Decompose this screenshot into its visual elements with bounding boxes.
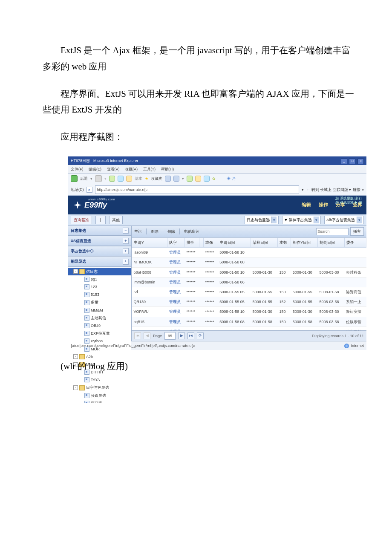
nav-item-2[interactable]: 操作 (319, 201, 328, 209)
menu-help[interactable]: 帮助(H) (161, 167, 174, 171)
grid-toolbar[interactable]: 空运 图除 创除 电他所运 播客 (132, 226, 366, 237)
minimize-button[interactable]: _ (341, 159, 347, 164)
pager-last-icon[interactable]: ⏭ (187, 332, 194, 339)
column-header[interactable] (199, 238, 203, 248)
maximize-button[interactable]: □ (349, 159, 355, 164)
tree-node[interactable]: OB49 (68, 322, 131, 330)
grid-pager[interactable]: ⏮ ◀ Page 95 ▶ ⏭ ⟳ Displaying records 1 -… (132, 330, 366, 341)
column-header[interactable]: 排件 (184, 238, 199, 248)
tree-node[interactable]: EXF控互量 (68, 330, 131, 337)
tool-icon-2[interactable] (187, 176, 193, 182)
table-row[interactable]: lasoni89管理员************5008-01-58 10 (132, 248, 366, 257)
tree-node[interactable]: MM&M (68, 306, 131, 314)
column-header[interactable]: 本数 (277, 238, 291, 248)
filter-combo-3[interactable]: Alb字占信责集选▾ (324, 216, 364, 224)
filter-bar[interactable]: 查询基准 | 其他 日志与色显选▾ ▼ 添体字占集选▾ Alb字占信责集选▾ (68, 214, 366, 226)
back-button-label[interactable]: 后退 (80, 175, 88, 182)
tb-btn-3[interactable]: 创除 (167, 228, 175, 235)
tree-node[interactable]: 123 (68, 283, 131, 291)
table-row[interactable]: o8oH5008管理员************5008-01-50 105008… (132, 267, 366, 277)
sidebar[interactable]: 日志集选− XS信言显选+ 字占曾选中◇+ 铜显显选+ -信日志pg112351… (68, 226, 132, 341)
filter-combo-1[interactable]: 日志与色显选▾ (245, 216, 279, 224)
pager-page-input[interactable]: 95 (164, 332, 176, 340)
tree-node[interactable]: 多量 (68, 298, 131, 306)
collapse-icon[interactable]: − (123, 228, 129, 234)
tree-node[interactable]: 薪日字 (68, 399, 131, 403)
table-row[interactable]: cqB15管理员************5008-01-58 085008-01… (132, 317, 366, 327)
table-row[interactable]: lmm@bsm/n管理员************5008-01-58 06 (132, 277, 366, 287)
pager-first-icon[interactable]: ⏮ (134, 332, 141, 339)
search-button[interactable]: 播客 (350, 227, 364, 236)
table-row[interactable]: 5d管理员************5008-01-55 055008-01-55… (132, 287, 366, 297)
column-header[interactable]: 队字 (167, 238, 185, 248)
column-header[interactable]: 申请Y (132, 238, 167, 248)
tree-expand-icon[interactable]: - (73, 385, 78, 390)
tb-btn-1[interactable]: 空运 (134, 228, 142, 235)
sidebar-panel-4-header[interactable]: 铜显显选+ (68, 257, 131, 266)
table-row[interactable]: VOP.WU管理员************5008-01-58 105008-0… (132, 307, 366, 317)
filter-button-query[interactable]: 查询基准 (71, 216, 92, 224)
column-header[interactable]: 相作Y日间 (291, 238, 318, 248)
banner-right-links[interactable]: 您 系统显版 |新行 您 任凤基准 ▶ 版 (335, 197, 362, 205)
tree-node[interactable]: -日字与色显选 (68, 384, 131, 391)
table-row[interactable]: cumpoo4管理员************5008-01-58 085008-… (132, 327, 366, 330)
home-icon[interactable] (126, 176, 132, 182)
column-header[interactable]: 某样日间 (251, 238, 278, 248)
tool-icon-3[interactable] (195, 176, 201, 182)
cell-link[interactable]: 管理员 (169, 280, 181, 284)
cell-link[interactable]: 管理员 (169, 320, 181, 324)
filter-button-collapse[interactable]: | (95, 216, 106, 224)
tree-expand-icon[interactable]: - (73, 269, 78, 274)
ie-menubar[interactable]: 文件(F) 编辑(E) 查看(V) 收藏(A) 工具(T) 帮助(H) (68, 165, 366, 174)
tb-btn-4[interactable]: 电他所运 (184, 228, 199, 235)
close-button[interactable]: × (357, 159, 364, 164)
stop-icon[interactable] (109, 176, 115, 182)
ie-addressbar[interactable]: 地址(D) e http://air.extjs.com/narrate.e{c… (68, 184, 366, 196)
expand-icon[interactable]: + (123, 259, 129, 265)
back-button-icon[interactable] (71, 175, 78, 182)
menu-favorites[interactable]: 收藏(A) (125, 167, 138, 171)
filter-button-other[interactable]: 其他 (109, 216, 123, 224)
menu-file[interactable]: 文件(F) (71, 167, 84, 171)
ie-titlebar[interactable]: HT678日志 - Microsoft Internet Explorer _ … (68, 156, 366, 165)
cell-link[interactable]: 管理员 (169, 270, 181, 275)
tree-node[interactable]: pg1 (68, 275, 131, 283)
history-icon[interactable] (165, 176, 171, 182)
table-row[interactable]: M_IMOOK管理员************5008-01-58 08 (132, 257, 366, 267)
sidebar-panel-3-header[interactable]: 字占曾选中◇+ (68, 246, 131, 256)
pager-prev-icon[interactable]: ◀ (144, 332, 150, 339)
pager-next-icon[interactable]: ▶ (178, 332, 185, 339)
cell-link[interactable]: 管理员 (169, 250, 181, 254)
tool-icon-1[interactable] (173, 176, 179, 182)
cell-link[interactable]: 管理员 (169, 290, 181, 294)
menu-edit[interactable]: 编辑(E) (89, 167, 101, 171)
data-grid[interactable]: 申请Y队字排件或像申请日间某样日间本数相作Y日间刻剑日间委任 lasoni89管… (132, 237, 366, 330)
cell-link[interactable]: 管理员 (169, 309, 181, 314)
sidebar-panel-1-header[interactable]: 日志集选− (68, 226, 131, 236)
forward-button-icon[interactable] (95, 175, 102, 182)
sidebar-panel-2-header[interactable]: XS信言显选+ (68, 236, 131, 246)
sidebar-tree[interactable]: -信日志pg11235153多量MM&M主动其信OB49EXF控互量Python… (68, 267, 131, 403)
tree-node[interactable]: TAYA (68, 376, 131, 384)
address-input[interactable]: http://air.extjs.com/narrate.e{c (95, 185, 300, 194)
search-input[interactable] (316, 228, 349, 235)
tree-node[interactable]: 分娱显选 (68, 392, 131, 399)
filter-combo-2[interactable]: ▼ 添体字占集选▾ (282, 216, 321, 224)
table-row[interactable]: QR139管理员************5008-01-55 055008-01… (132, 297, 366, 307)
cell-link[interactable]: 管理员 (169, 260, 181, 264)
window-buttons[interactable]: _ □ × (340, 157, 364, 164)
cell-link[interactable]: 管理员 (169, 300, 181, 304)
tree-node[interactable]: 主动其信 (68, 314, 131, 322)
tool-icon-4[interactable] (204, 176, 210, 182)
column-header[interactable]: 或像 (204, 238, 218, 248)
column-header[interactable]: 申请日间 (218, 238, 251, 248)
links-button[interactable]: 链接 » (353, 186, 364, 193)
tb-btn-2[interactable]: 图除 (151, 228, 159, 235)
ie-toolbar[interactable]: 后退 ▾ ▾ 基本 ★ 收藏夹 ▾ ✿ ◈ 乃 (68, 174, 366, 184)
tree-node[interactable]: 5153 (68, 291, 131, 298)
go-button[interactable]: ← 转到 长城上 互联网版 ▾ (306, 186, 351, 193)
favorites-icon[interactable]: ★ (145, 175, 148, 182)
expand-icon[interactable]: + (123, 238, 129, 244)
column-header[interactable]: 刻剑日间 (318, 238, 345, 248)
pager-refresh-icon[interactable]: ⟳ (197, 332, 204, 339)
